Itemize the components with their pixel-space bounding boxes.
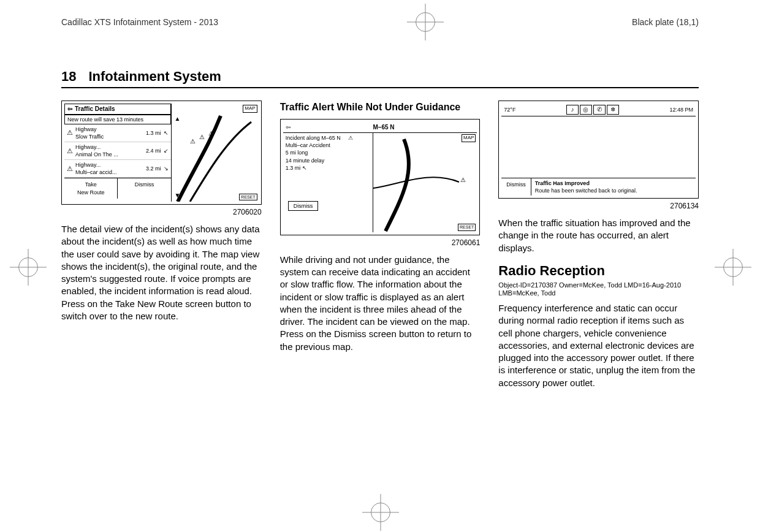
incident-row-3[interactable]: ⚠ Highway... Multi–car accid... 3.2 mi ↘ bbox=[64, 160, 171, 178]
incident-line1: Highway... bbox=[75, 161, 143, 169]
traffic-details-subtitle: New route will save 13 minutes bbox=[64, 115, 171, 124]
col2-subhead: Traffic Alert While Not Under Guidance bbox=[280, 101, 481, 114]
info-line: 14 minute delay bbox=[286, 157, 370, 164]
status-bar: 72°F ♪ ◎ ✆ ❄ 12:48 PM bbox=[501, 104, 696, 116]
col2-body: While driving and not under guidance, th… bbox=[280, 254, 481, 353]
figure-caption-3: 2706134 bbox=[498, 201, 699, 211]
music-icon[interactable]: ♪ bbox=[566, 105, 579, 115]
info-line: Multi–car Accident bbox=[286, 142, 370, 149]
object-metadata: Object-ID=2170387 Owner=McKee, Todd LMD=… bbox=[498, 281, 699, 297]
climate-icon[interactable]: ❄ bbox=[607, 105, 619, 115]
crop-mark-bottom bbox=[371, 503, 390, 522]
fig2-body: Incident along M–65 N Multi–car Accident… bbox=[283, 133, 477, 232]
temperature: 72°F bbox=[504, 106, 515, 113]
traffic-details-title: Traffic Details bbox=[75, 105, 115, 113]
header-left: Cadillac XTS Infotainment System - 2013 bbox=[61, 17, 218, 27]
warning-icon: ⚠ bbox=[67, 128, 73, 137]
figure-traffic-improved: 72°F ♪ ◎ ✆ ❄ 12:48 PM Dismiss Traffic Ha… bbox=[498, 101, 699, 199]
warning-icon: ⚠ bbox=[190, 137, 196, 146]
traffic-details-header: ⇦ Traffic Details bbox=[64, 104, 171, 115]
column-2: Traffic Alert While Not Under Guidance ⇦… bbox=[280, 101, 481, 389]
fig3-footer: Dismiss Traffic Has Improved Route has b… bbox=[501, 178, 696, 196]
doc-header: Cadillac XTS Infotainment System - 2013 … bbox=[61, 12, 699, 32]
arrow-icon: ↖ bbox=[302, 165, 307, 171]
dismiss-button[interactable]: Dismiss bbox=[288, 201, 319, 211]
radio-reception-heading: Radio Reception bbox=[498, 262, 699, 280]
clock-time: 12:48 PM bbox=[669, 106, 693, 113]
warning-icon: ⚠ bbox=[208, 129, 214, 138]
dismiss-button[interactable]: Dismiss bbox=[501, 178, 531, 196]
header-right: Black plate (18,1) bbox=[632, 17, 699, 27]
crop-mark-top bbox=[416, 12, 435, 32]
arrow-icon: ↘ bbox=[164, 165, 169, 172]
warning-icon: ⚠ bbox=[67, 146, 73, 156]
figure-traffic-alert: ⇦ M–65 N Incident along M–65 N Multi–car… bbox=[280, 119, 481, 235]
incident-line1: Highway bbox=[75, 126, 143, 133]
column-3: 72°F ♪ ◎ ✆ ❄ 12:48 PM Dismiss Traffic Ha… bbox=[498, 101, 699, 389]
scroll-down-icon[interactable]: ▼ bbox=[175, 191, 181, 200]
incident-line1: Highway... bbox=[75, 143, 143, 151]
info-line: 5 mi long bbox=[286, 149, 370, 156]
col3-body2: Frequency interference and static can oc… bbox=[498, 302, 699, 389]
incident-dist: 1.3 mi bbox=[146, 129, 161, 137]
crop-mark-right bbox=[723, 257, 743, 277]
columns: ⇦ Traffic Details New route will save 13… bbox=[61, 101, 699, 389]
status-icons: ♪ ◎ ✆ ❄ bbox=[566, 105, 619, 115]
incident-dist: 3.2 mi bbox=[146, 165, 161, 172]
fig3-body bbox=[501, 116, 696, 178]
take-new-route-button[interactable]: Take New Route bbox=[64, 178, 118, 198]
traffic-details-footer: Take New Route Dismiss bbox=[64, 178, 171, 198]
reset-badge[interactable]: RESET bbox=[458, 224, 476, 230]
page: Cadillac XTS Infotainment System - 2013 … bbox=[61, 12, 699, 389]
warning-icon: ⚠ bbox=[348, 134, 353, 142]
page-number: 18 bbox=[61, 69, 76, 85]
message-body: Route has been switched back to original… bbox=[535, 187, 637, 194]
scroll-up-icon[interactable]: ▲ bbox=[175, 115, 181, 123]
fig2-header: ⇦ M–65 N bbox=[283, 122, 477, 134]
incident-dist: 2.4 mi bbox=[146, 147, 161, 154]
traffic-details-panel: ⇦ Traffic Details New route will save 13… bbox=[64, 104, 172, 202]
figure-traffic-details: ⇦ Traffic Details New route will save 13… bbox=[61, 101, 262, 205]
incident-row-2[interactable]: ⚠ Highway... Animal On The ... 2.4 mi ↙ bbox=[64, 142, 171, 160]
map-roads-icon bbox=[172, 104, 259, 202]
reset-badge[interactable]: RESET bbox=[239, 194, 257, 200]
traffic-improved-message: Traffic Has Improved Route has been swit… bbox=[531, 178, 641, 196]
arrow-icon: ↙ bbox=[164, 147, 169, 154]
dismiss-button[interactable]: Dismiss bbox=[118, 178, 170, 198]
road-name: M–65 N bbox=[293, 123, 475, 132]
alert-map: MAP ⚠ RESET bbox=[373, 133, 477, 232]
warning-icon: ⚠ bbox=[199, 133, 205, 142]
info-line: Incident along M–65 N bbox=[286, 134, 370, 142]
warning-icon: ⚠ bbox=[460, 176, 466, 184]
phone-icon[interactable]: ✆ bbox=[593, 105, 606, 115]
col1-body: The detail view of the incident(s) shows… bbox=[61, 223, 262, 322]
page-title: Infotainment System bbox=[88, 69, 221, 85]
back-arrow-icon[interactable]: ⇦ bbox=[286, 123, 291, 132]
warning-icon: ⚠ bbox=[67, 164, 73, 173]
incident-info: Incident along M–65 N Multi–car Accident… bbox=[283, 133, 373, 232]
message-title: Traffic Has Improved bbox=[535, 180, 637, 187]
arrow-icon: ↖ bbox=[164, 129, 169, 137]
back-arrow-icon[interactable]: ⇦ bbox=[67, 105, 72, 113]
traffic-details-map: MAP ⚠ ⚠ ⚠ ▲ ▼ RESET bbox=[172, 104, 259, 202]
incident-line2: Multi–car accid... bbox=[75, 169, 143, 176]
incident-line2: Slow Traffic bbox=[75, 133, 143, 140]
info-line: 1.3 mi bbox=[286, 165, 301, 171]
column-1: ⇦ Traffic Details New route will save 13… bbox=[61, 101, 262, 389]
nav-target-icon[interactable]: ◎ bbox=[580, 105, 592, 115]
page-heading: 18 Infotainment System bbox=[61, 69, 699, 88]
col3-body1: When the traffic situation has improved … bbox=[498, 217, 699, 254]
figure-caption-1: 2706020 bbox=[61, 207, 262, 217]
figure-caption-2: 2706061 bbox=[280, 238, 481, 248]
crop-mark-left bbox=[18, 257, 38, 277]
incident-row-1[interactable]: ⚠ Highway Slow Traffic 1.3 mi ↖ bbox=[64, 124, 171, 142]
incident-line2: Animal On The ... bbox=[75, 151, 143, 158]
